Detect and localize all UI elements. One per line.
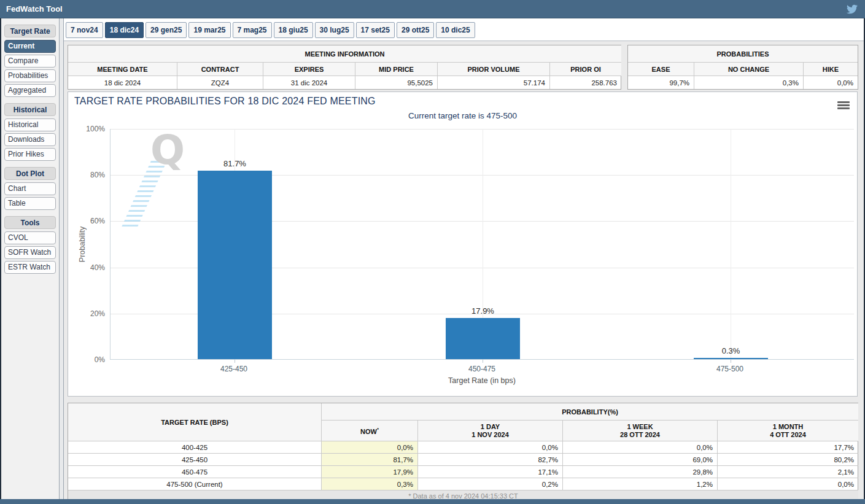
chart-title: TARGET RATE PROBABILITIES FOR 18 DIC 202… [74, 96, 376, 107]
chart-menu-icon[interactable] [837, 101, 850, 110]
meeting-date-header: MEETING DATE [68, 63, 177, 76]
prior-volume-header: PRIOR VOLUME [438, 63, 550, 76]
expires-header: EXPIRES [263, 63, 355, 76]
app-title: FedWatch Tool [0, 4, 63, 14]
one-month-column-header: 1 MONTH 4 OTT 2024 [718, 421, 858, 441]
probability-table: TARGET RATE (BPS) PROBABILITY(%) NOW* 1 … [68, 403, 858, 502]
sidebar-item-cvol[interactable]: CVOL [4, 231, 56, 244]
sidebar-item-prior-hikes[interactable]: Prior Hikes [4, 148, 56, 161]
meeting-date-value: 18 dic 2024 [68, 76, 177, 89]
meeting-tab-18giu25[interactable]: 18 giu25 [274, 22, 313, 38]
meeting-tab-30lug25[interactable]: 30 lug25 [315, 22, 354, 38]
rate-450-475: 450-475 [68, 466, 322, 478]
sidebar-item-historical[interactable]: Historical [4, 118, 56, 131]
x-category-425-450: 425-450 [185, 365, 283, 373]
bar-425-450[interactable]: 81.7% [198, 128, 272, 359]
ease-header: EASE [628, 63, 694, 76]
rate-475-500-current: 475-500 (Current) [68, 478, 322, 490]
rate-400-425: 400-425 [68, 441, 322, 454]
hike-value: 0,0% [804, 76, 858, 89]
one-week-column-header: 1 WEEK 28 OTT 2024 [563, 421, 718, 441]
meeting-tab-29gen25[interactable]: 29 gen25 [145, 22, 187, 38]
ease-value: 99,7% [628, 76, 694, 89]
day-425-450: 82,7% [418, 454, 563, 466]
x-axis-title: Target Rate (in bps) [110, 376, 854, 385]
sidebar-item-compare[interactable]: Compare [4, 55, 56, 68]
bar-data-label: 81.7% [223, 159, 246, 168]
twitter-icon[interactable] [847, 4, 858, 15]
bar-rect [198, 171, 272, 359]
prior-oi-header: PRIOR OI [550, 63, 621, 76]
day-450-475: 17,1% [418, 466, 563, 478]
main-area: 7 nov24 18 dic24 29 gen25 19 mar25 7 mag… [64, 18, 864, 499]
probabilities-summary-table: PROBABILITIES EASE NO CHANGE HIKE 99,7% … [627, 45, 858, 90]
meeting-tab-17set25[interactable]: 17 set25 [356, 22, 395, 38]
app-header: FedWatch Tool [0, 0, 865, 18]
bar-450-475[interactable]: 17.9% [446, 128, 520, 359]
meeting-tab-18dic24[interactable]: 18 dic24 [105, 22, 144, 38]
chart-plot-area: Q 81.7% 17.9% 0.3% [110, 129, 854, 360]
now-450-475: 17,9% [322, 466, 418, 478]
month-400-425: 17,7% [718, 441, 858, 454]
sidebar-item-table[interactable]: Table [4, 197, 56, 210]
bar-rect [694, 358, 768, 359]
x-tick [483, 360, 483, 363]
content-panel: MEETING INFORMATION MEETING DATE CONTRAC… [64, 41, 864, 499]
contract-value: ZQZ4 [177, 76, 263, 89]
meeting-tab-10dic25[interactable]: 10 dic25 [436, 22, 475, 38]
day-475-500: 0,2% [418, 478, 563, 490]
footer-bar [0, 499, 865, 504]
now-475-500: 0,3% [322, 478, 418, 490]
prior-oi-value: 258.763 [550, 76, 621, 89]
meeting-tab-7mag25[interactable]: 7 mag25 [233, 22, 272, 38]
no-change-value: 0,3% [694, 76, 804, 89]
no-change-header: NO CHANGE [694, 63, 804, 76]
sidebar-group-target-rate: Target Rate [4, 25, 56, 37]
month-450-475: 2,1% [718, 466, 858, 478]
quikstrike-watermark: Q [150, 126, 185, 174]
month-425-450: 80,2% [718, 454, 858, 466]
bar-data-label: 0.3% [722, 346, 740, 355]
sidebar-item-chart[interactable]: Chart [4, 182, 56, 195]
sidebar-item-estr-watch[interactable]: ESTR Watch [4, 261, 56, 274]
probabilities-title: PROBABILITIES [628, 45, 858, 63]
rate-425-450: 425-450 [68, 454, 322, 466]
now-400-425: 0,0% [322, 441, 418, 454]
x-tick [235, 360, 235, 363]
expires-value: 31 dic 2024 [263, 76, 355, 89]
sidebar-group-tools: Tools [4, 216, 56, 229]
x-tick [731, 360, 731, 363]
meeting-tab-19mar25[interactable]: 19 mar25 [188, 22, 230, 38]
sidebar-item-sofr-watch[interactable]: SOFR Watch [4, 246, 56, 259]
meeting-info-title: MEETING INFORMATION [68, 45, 621, 63]
sidebar-item-probabilities[interactable]: Probabilities [4, 69, 56, 82]
bar-475-500[interactable]: 0.3% [694, 128, 768, 359]
now-425-450: 81,7% [322, 454, 418, 466]
meeting-info-table: MEETING INFORMATION MEETING DATE CONTRAC… [68, 45, 621, 90]
bar-rect [446, 318, 520, 359]
sidebar-group-dot-plot: Dot Plot [4, 167, 56, 180]
target-rate-chart: TARGET RATE PROBABILITIES FOR 18 DIC 202… [68, 91, 858, 397]
sidebar-group-historical: Historical [4, 103, 56, 116]
sidebar-splitter [59, 18, 64, 499]
meeting-tab-29ott25[interactable]: 29 ott25 [397, 22, 434, 38]
week-400-425: 0,0% [563, 441, 718, 454]
sidebar-item-current[interactable]: Current [4, 40, 56, 53]
chart-subtitle: Current target rate is 475-500 [68, 111, 857, 120]
mid-price-header: MID PRICE [355, 63, 438, 76]
meeting-tab-7nov24[interactable]: 7 nov24 [66, 22, 103, 38]
x-category-475-500: 475-500 [681, 365, 779, 373]
week-450-475: 29,8% [563, 466, 718, 478]
mid-price-value: 95,5025 [355, 76, 438, 89]
one-day-column-header: 1 DAY 1 NOV 2024 [418, 421, 563, 441]
sidebar-item-downloads[interactable]: Downloads [4, 133, 56, 146]
meeting-tab-bar: 7 nov24 18 dic24 29 gen25 19 mar25 7 mag… [64, 18, 864, 41]
day-400-425: 0,0% [418, 441, 563, 454]
sidebar-item-aggregated[interactable]: Aggregated [4, 84, 56, 97]
target-rate-bps-header: TARGET RATE (BPS) [68, 403, 322, 441]
now-column-header: NOW* [322, 421, 418, 441]
sidebar: Target Rate Current Compare Probabilitie… [1, 18, 59, 499]
contract-header: CONTRACT [177, 63, 263, 76]
month-475-500: 0,0% [718, 478, 858, 490]
x-category-450-475: 450-475 [433, 365, 531, 373]
